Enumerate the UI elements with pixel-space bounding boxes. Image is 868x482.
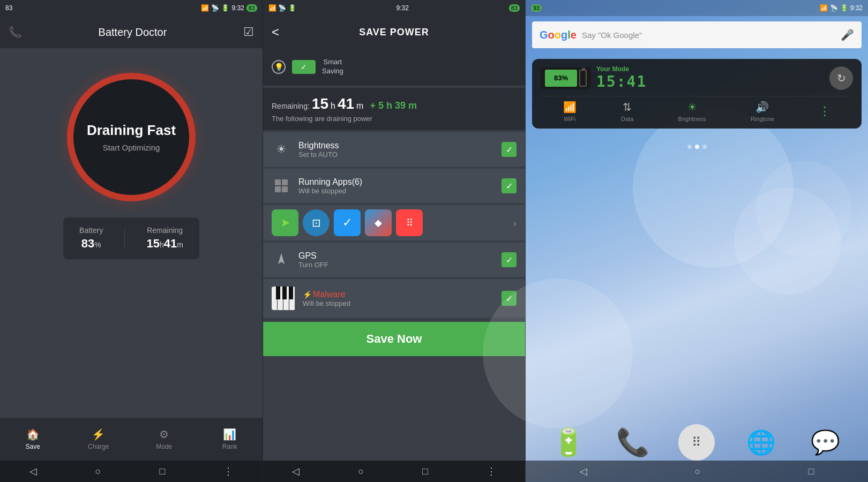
battery-widget: 83% Your Mode 15:41 ↻ 📶 WiFi ⇅ Data ☀ Br…	[532, 59, 862, 129]
save-nav-icon: 🏠	[26, 428, 40, 441]
p2-header: < SAVE POWER	[263, 16, 525, 48]
status-icons-3: 📶 📡 🔋 9:32	[820, 4, 863, 12]
remaining-mins: 41	[338, 95, 354, 112]
home-btn-1[interactable]: ○	[95, 466, 101, 477]
recent-btn-1[interactable]: □	[160, 466, 166, 477]
phone-icon[interactable]: 📞	[9, 26, 22, 39]
app-icon-4: ◆	[365, 209, 392, 236]
gps-sub: Turn OFF	[298, 261, 494, 269]
widget-ctrl-wifi[interactable]: 📶 WiFi	[563, 101, 577, 122]
svg-marker-4	[278, 253, 285, 264]
status-bar-3: 93 📶 📡 🔋 9:32	[526, 0, 868, 16]
microphone-icon[interactable]: 🎤	[841, 28, 854, 41]
menu-btn-2[interactable]: ⋮	[487, 465, 496, 477]
app-icon-5: ⠿	[396, 209, 423, 236]
dock-chrome-icon[interactable]: 🌐	[743, 424, 779, 461]
widget-ctrl-brightness[interactable]: ☀ Brightness	[678, 101, 706, 122]
running-apps-check[interactable]: ✓	[502, 178, 517, 193]
dock-phone-icon[interactable]: 📞	[615, 424, 651, 461]
hamburger-menu[interactable]	[118, 59, 145, 62]
data-ctrl-icon: ⇅	[623, 101, 632, 114]
widget-top-row: 83% Your Mode 15:41 ↻	[541, 65, 853, 91]
pusher-icon: ⊡	[312, 216, 321, 229]
battery-percent-stat: Battery 83%	[79, 226, 103, 251]
toggle-check-icon: ✓	[301, 63, 307, 71]
brightness-item[interactable]: ☀ Brightness Set to AUTO ✓	[263, 132, 525, 167]
back-btn-2[interactable]: ◁	[292, 465, 300, 477]
running-apps-info: Running Apps(6) Will be stopped	[298, 177, 494, 195]
app-icon-3: ✓	[334, 209, 361, 236]
wifi-ctrl-label: WiFi	[564, 116, 575, 122]
dot-1	[687, 145, 692, 149]
dock-battery-icon[interactable]: 🔋	[550, 424, 587, 461]
battery-outline-icon	[579, 70, 587, 87]
nav-charge[interactable]: ⚡ Charge	[66, 428, 132, 450]
app-icon-2: ⊡	[303, 209, 330, 236]
brightness-check[interactable]: ✓	[502, 142, 517, 157]
compose-icon[interactable]: ☑	[243, 25, 254, 39]
status-icons-1: 📶 📡 🔋 9:32 83	[201, 4, 257, 12]
phone-app-icon: 📞	[616, 427, 649, 458]
start-optimizing-text: Start Optimizing	[103, 143, 160, 152]
ringtone-ctrl-label: Ringtone	[751, 116, 774, 122]
wifi-icon-3: 📶	[820, 4, 828, 12]
running-apps-item[interactable]: Running Apps(6) Will be stopped ✓	[263, 169, 525, 203]
draining-text: Draining Fast	[87, 122, 176, 139]
nav-rank[interactable]: 📊 Rank	[197, 428, 263, 450]
apps-grid-icon: ⠿	[692, 435, 701, 450]
dock-hangouts-icon[interactable]: 💬	[807, 424, 843, 461]
recent-btn-3[interactable]: □	[809, 466, 814, 477]
time-1: 9:32	[231, 4, 244, 12]
deco-circle-1	[483, 278, 633, 428]
menu-btn-1[interactable]: ⋮	[223, 465, 233, 477]
remaining-time-stat: Remaining 15h41m	[146, 226, 183, 251]
smart-toggle[interactable]: ✓	[292, 60, 316, 74]
nav-save[interactable]: 🏠 Save	[0, 428, 66, 450]
page-dots	[526, 145, 868, 149]
apps-arrow-icon[interactable]: ›	[513, 217, 517, 229]
gps-item[interactable]: GPS Turn OFF ✓	[263, 243, 525, 277]
smart-saving-row[interactable]: 💡 ✓ SmartSaving	[263, 48, 525, 86]
power-items-list: ☀ Brightness Set to AUTO ✓ Running Apps(…	[263, 132, 525, 461]
back-btn-3[interactable]: ◁	[580, 465, 587, 477]
brightness-info: Brightness Set to AUTO	[298, 141, 494, 159]
sys-bar-1: ◁ ○ □ ⋮	[0, 461, 263, 482]
back-button-2[interactable]: <	[272, 25, 279, 40]
remaining-main: Remaining: 15 h 41 m + 5 h 39 m	[272, 95, 517, 112]
home-btn-2[interactable]: ○	[358, 466, 364, 477]
widget-ctrl-data[interactable]: ⇅ Data	[621, 101, 633, 122]
app-icon-1: ➤	[272, 209, 298, 236]
remaining-bar: Remaining: 15 h 41 m + 5 h 39 m The foll…	[263, 88, 525, 130]
svg-rect-1	[282, 179, 288, 185]
battery-status-circle[interactable]: Draining Fast Start Optimizing	[67, 73, 196, 201]
recent-btn-2[interactable]: □	[422, 466, 428, 477]
p1-header: 📞 Battery Doctor ☑	[0, 16, 263, 48]
gps-info: GPS Turn OFF	[298, 251, 494, 269]
home-btn-3[interactable]: ○	[695, 466, 701, 477]
mode-nav-label: Mode	[156, 443, 172, 450]
widget-more-icon[interactable]: ⋮	[819, 104, 830, 118]
remaining-sub: The following are draining power	[272, 115, 517, 123]
malware-item[interactable]: ⚡Malware Will be stopped ✓	[263, 279, 525, 318]
back-btn-1[interactable]: ◁	[29, 465, 37, 477]
wifi-ctrl-icon: 📶	[563, 101, 577, 114]
battery-pct-2: 📶 📡 🔋	[268, 4, 296, 12]
remaining-hours: 15	[312, 95, 328, 112]
remaining-bonus: + 5 h 39 m	[370, 100, 417, 111]
google-search-bar[interactable]: Google Say "Ok Google" 🎤	[532, 21, 862, 48]
gps-check[interactable]: ✓	[502, 252, 517, 267]
running-apps-sub: Will be stopped	[298, 187, 494, 195]
rank-nav-icon: 📊	[223, 428, 236, 441]
dock-apps-icon[interactable]: ⠿	[678, 424, 715, 461]
google-logo: Google	[540, 29, 577, 41]
running-apps-icon	[272, 176, 291, 195]
mode-time: 15:41	[596, 73, 647, 91]
dot-2	[695, 145, 699, 149]
widget-controls-row: 📶 WiFi ⇅ Data ☀ Brightness 🔊 Ringtone ⋮	[541, 96, 853, 122]
widget-ctrl-ringtone[interactable]: 🔊 Ringtone	[751, 101, 774, 122]
refresh-button[interactable]: ↻	[829, 66, 853, 90]
nav-mode[interactable]: ⚙ Mode	[131, 428, 197, 450]
battery-app-icon: 🔋	[552, 427, 585, 458]
sys-bar-3: ◁ ○ □	[526, 461, 868, 482]
time-2: 9:32	[396, 4, 409, 12]
